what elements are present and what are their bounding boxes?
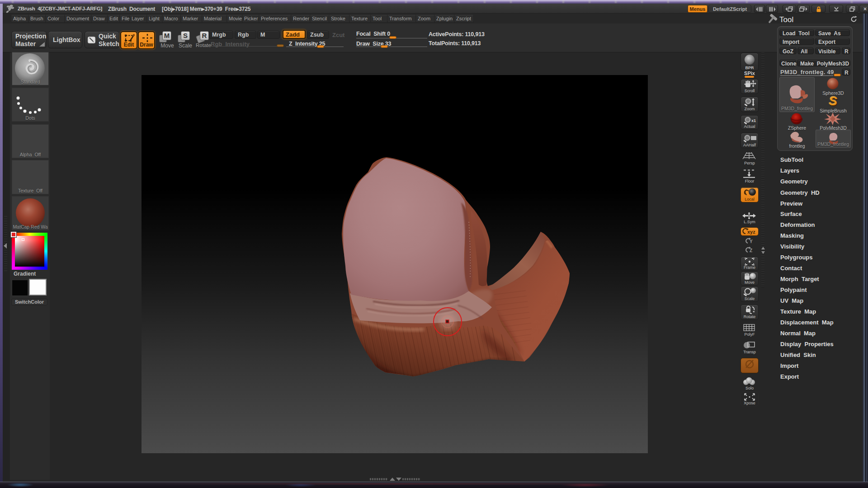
svg-text:Y: Y <box>750 239 753 244</box>
svg-text:xyz: xyz <box>747 229 755 235</box>
svg-text:x1: x1 <box>751 118 756 123</box>
svg-text:Z: Z <box>750 248 752 253</box>
